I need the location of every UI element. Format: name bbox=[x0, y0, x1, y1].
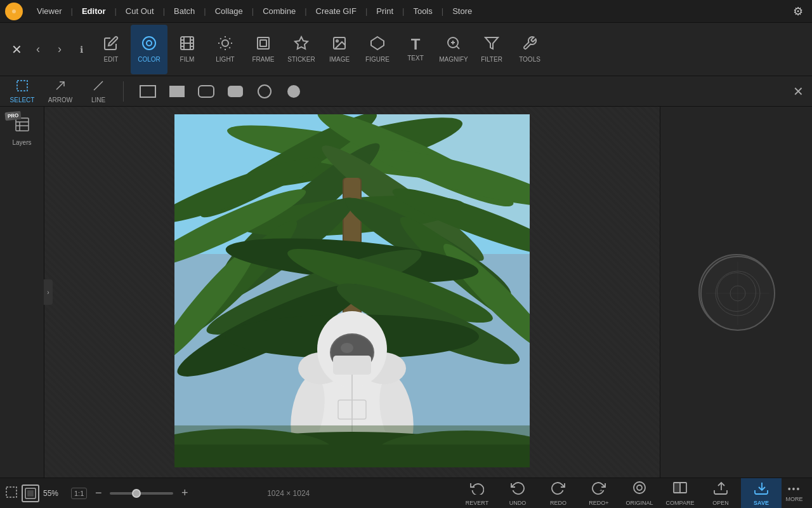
svg-rect-97 bbox=[27, 490, 34, 497]
svg-line-15 bbox=[220, 38, 221, 39]
tool-magnify[interactable]: MAGNIFY bbox=[435, 25, 472, 74]
svg-rect-82 bbox=[333, 356, 371, 375]
menu-combine[interactable]: Combine bbox=[256, 4, 302, 18]
close-button[interactable]: ✕ bbox=[8, 41, 25, 58]
menu-bar: Viewer | Editor | Cut Out | Batch | Coll… bbox=[0, 0, 812, 23]
menu-cutout[interactable]: Cut Out bbox=[119, 4, 160, 18]
tool-color[interactable]: COLOR bbox=[131, 25, 167, 74]
redo-button[interactable]: REDO bbox=[538, 478, 579, 509]
layer-indicator[interactable] bbox=[22, 485, 39, 502]
edit-icon bbox=[103, 36, 119, 53]
main-content: PRO Layers › bbox=[0, 107, 812, 478]
settings-gear-icon[interactable]: ⚙ bbox=[789, 3, 807, 20]
original-button[interactable]: ORIGINAL bbox=[619, 478, 660, 509]
menu-store[interactable]: Store bbox=[446, 4, 478, 18]
pro-badge: PRO bbox=[4, 111, 21, 121]
svg-line-28 bbox=[457, 46, 459, 49]
svg-rect-41 bbox=[16, 118, 29, 131]
shape-tool-select[interactable]: SELECT bbox=[5, 79, 39, 104]
menu-editor[interactable]: Editor bbox=[75, 4, 112, 18]
app-logo[interactable] bbox=[5, 3, 23, 20]
svg-marker-31 bbox=[485, 37, 498, 49]
svg-point-91 bbox=[716, 271, 760, 316]
zoom-slider-thumb[interactable] bbox=[132, 489, 141, 498]
svg-line-16 bbox=[229, 47, 230, 48]
menu-print[interactable]: Print bbox=[370, 4, 400, 18]
zoom-slider[interactable] bbox=[110, 492, 173, 495]
shape-rectangle-outline[interactable] bbox=[136, 80, 159, 103]
tool-figure[interactable]: FIGURE bbox=[359, 25, 396, 74]
zoom-1to1-button[interactable]: 1:1 bbox=[71, 488, 87, 499]
line-icon bbox=[92, 79, 105, 95]
sticker-icon bbox=[294, 36, 309, 53]
next-button[interactable]: › bbox=[51, 41, 69, 58]
figure-icon bbox=[370, 36, 385, 53]
svg-point-92 bbox=[730, 286, 745, 301]
compare-button[interactable]: COMPARE bbox=[660, 478, 700, 509]
svg-rect-37 bbox=[199, 86, 214, 97]
photo-canvas bbox=[174, 114, 530, 470]
tool-text[interactable]: T TEXT bbox=[397, 25, 434, 74]
info-button[interactable]: ℹ bbox=[72, 41, 90, 58]
zoom-level[interactable]: 55% bbox=[43, 489, 67, 498]
save-button[interactable]: SAVE bbox=[741, 478, 782, 509]
open-icon bbox=[714, 481, 728, 498]
main-toolbar: ✕ ‹ › ℹ EDIT COLOR bbox=[0, 23, 812, 76]
svg-point-25 bbox=[336, 40, 338, 42]
light-icon bbox=[218, 36, 233, 53]
magnifier-preview bbox=[698, 254, 775, 330]
redo-plus-icon: + bbox=[592, 481, 606, 498]
menu-tools[interactable]: Tools bbox=[407, 4, 438, 18]
undo-button[interactable]: UNDO bbox=[497, 478, 538, 509]
menu-collage[interactable]: Collage bbox=[209, 4, 249, 18]
more-button[interactable]: ••• MORE bbox=[782, 478, 807, 509]
right-panel bbox=[660, 107, 812, 478]
shape-toolbar: SELECT ARROW LINE bbox=[0, 76, 812, 107]
save-icon bbox=[754, 481, 768, 498]
tool-sticker[interactable]: STICKER bbox=[283, 25, 320, 74]
redo-icon bbox=[551, 481, 565, 498]
open-button[interactable]: OPEN bbox=[700, 478, 741, 509]
tool-light[interactable]: LIGHT bbox=[207, 25, 244, 74]
compare-icon bbox=[673, 481, 687, 498]
shape-rectangle-filled[interactable] bbox=[166, 80, 188, 103]
shape-tool-arrow[interactable]: ARROW bbox=[43, 79, 77, 104]
sidebar-collapse-arrow[interactable]: › bbox=[44, 279, 53, 305]
svg-point-1 bbox=[12, 10, 16, 13]
menu-batch[interactable]: Batch bbox=[167, 4, 201, 18]
shape-rounded-rect-outline[interactable] bbox=[195, 80, 218, 103]
image-icon bbox=[332, 36, 347, 53]
zoom-out-button[interactable]: − bbox=[91, 486, 106, 500]
original-icon bbox=[632, 481, 646, 498]
shape-rounded-rect-filled[interactable] bbox=[224, 80, 247, 103]
tool-filter[interactable]: FILTER bbox=[473, 25, 510, 74]
revert-button[interactable]: REVERT bbox=[457, 478, 497, 509]
close-shape-toolbar-button[interactable]: ✕ bbox=[789, 83, 807, 100]
frame-icon bbox=[256, 36, 271, 53]
zoom-in-button[interactable]: + bbox=[177, 486, 192, 500]
left-sidebar: PRO Layers › bbox=[0, 107, 44, 478]
tool-tools[interactable]: TOOLS bbox=[511, 25, 548, 74]
redo-plus-button[interactable]: + REDO+ bbox=[579, 478, 619, 509]
shape-circle-filled[interactable] bbox=[282, 80, 305, 103]
shape-tool-line[interactable]: LINE bbox=[81, 79, 115, 104]
svg-line-19 bbox=[220, 47, 221, 48]
more-icon: ••• bbox=[788, 484, 801, 494]
menu-viewer[interactable]: Viewer bbox=[30, 4, 69, 18]
svg-rect-22 bbox=[260, 40, 266, 46]
tool-film[interactable]: FILM bbox=[169, 25, 206, 74]
magnify-icon bbox=[446, 36, 461, 53]
prev-button[interactable]: ‹ bbox=[29, 41, 47, 58]
svg-point-99 bbox=[634, 482, 645, 493]
dotted-selection-tool[interactable] bbox=[5, 486, 18, 501]
menu-creategif[interactable]: Create GIF bbox=[310, 4, 363, 18]
select-icon bbox=[16, 79, 29, 95]
svg-point-81 bbox=[341, 343, 353, 353]
shape-circle-outline[interactable] bbox=[253, 80, 276, 103]
svg-marker-23 bbox=[295, 37, 308, 49]
film-icon bbox=[180, 36, 195, 53]
svg-rect-38 bbox=[228, 86, 243, 97]
tool-frame[interactable]: FRAME bbox=[245, 25, 282, 74]
tool-edit[interactable]: EDIT bbox=[93, 25, 129, 74]
tool-image[interactable]: IMAGE bbox=[321, 25, 358, 74]
